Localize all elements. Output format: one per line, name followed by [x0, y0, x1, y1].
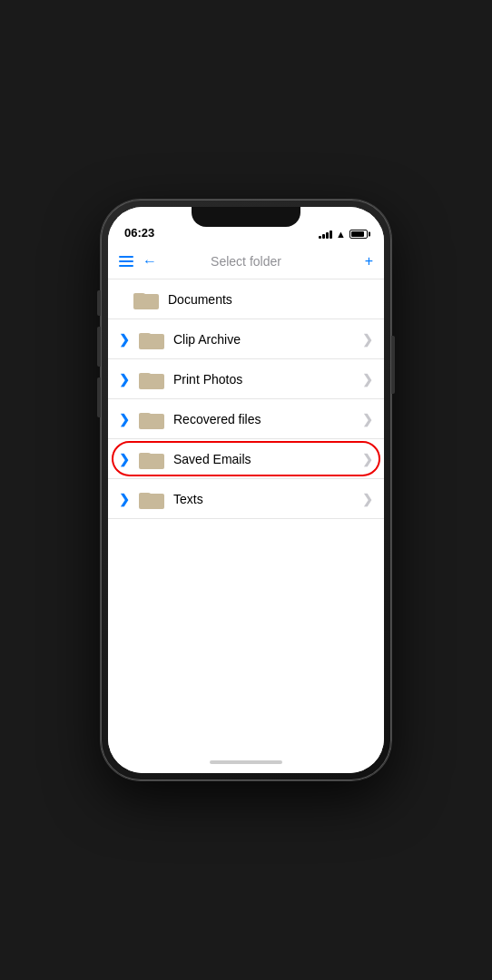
status-time: 06:23: [124, 226, 154, 240]
mute-button[interactable]: [97, 290, 101, 316]
chevron-right-recovered-files: ❯: [362, 412, 373, 426]
folder-icon-recovered-files: [139, 409, 164, 429]
folder-item-recovered-files[interactable]: ❯ Recovered files ❯: [108, 399, 384, 439]
notch: [192, 207, 300, 227]
home-bar: [210, 760, 282, 764]
phone-frame: 06:23 ▲: [101, 200, 391, 780]
folder-icon-saved-emails: [139, 449, 164, 469]
folder-name-documents: Documents: [168, 292, 373, 307]
battery-icon: [349, 230, 368, 239]
signal-icon: [319, 230, 332, 239]
back-button[interactable]: ←: [143, 253, 157, 270]
status-icons: ▲: [319, 229, 368, 240]
folder-name-print-photos: Print Photos: [173, 372, 362, 387]
wifi-icon: ▲: [336, 229, 346, 240]
menu-button[interactable]: [119, 256, 133, 267]
power-button[interactable]: [391, 336, 395, 394]
chevron-right-clip-archive: ❯: [362, 332, 373, 347]
folder-item-clip-archive[interactable]: ❯ Clip Archive ❯: [108, 319, 384, 359]
chevron-right-saved-emails: ❯: [362, 452, 373, 466]
phone-screen: 06:23 ▲: [108, 207, 384, 773]
home-indicator: [108, 751, 384, 773]
expand-icon-clip-archive[interactable]: ❯: [119, 332, 133, 347]
chevron-right-print-photos: ❯: [362, 372, 373, 387]
folder-icon-clip-archive: [139, 329, 164, 349]
expand-icon-texts[interactable]: ❯: [119, 492, 133, 506]
folder-item-saved-emails[interactable]: ❯ Saved Emails ❯: [108, 439, 384, 479]
folder-icon-texts: [139, 489, 164, 509]
folder-name-saved-emails: Saved Emails: [173, 452, 362, 466]
expand-icon-saved-emails[interactable]: ❯: [119, 452, 133, 466]
folder-item-texts[interactable]: ❯ Texts ❯: [108, 479, 384, 519]
nav-left-actions: ←: [119, 253, 173, 270]
folder-name-recovered-files: Recovered files: [173, 412, 362, 426]
chevron-right-texts: ❯: [362, 492, 373, 506]
battery-fill: [351, 231, 364, 237]
folder-name-texts: Texts: [173, 492, 362, 506]
expand-icon-recovered-files[interactable]: ❯: [119, 412, 133, 426]
folder-icon-documents: [133, 289, 159, 309]
folder-name-clip-archive: Clip Archive: [173, 332, 362, 347]
add-button[interactable]: +: [365, 253, 373, 270]
folder-item-print-photos[interactable]: ❯ Print Photos ❯: [108, 359, 384, 399]
volume-down-button[interactable]: [97, 377, 101, 417]
nav-title: Select folder: [173, 254, 319, 269]
folder-list: Documents ❯ Clip Archive ❯ ❯ Print Photo…: [108, 279, 384, 751]
nav-right-actions: +: [319, 253, 373, 270]
folder-item-documents[interactable]: Documents: [108, 279, 384, 319]
nav-bar: ← Select folder +: [108, 243, 384, 279]
volume-up-button[interactable]: [97, 327, 101, 367]
expand-icon-print-photos[interactable]: ❯: [119, 372, 133, 387]
folder-icon-print-photos: [139, 369, 164, 389]
